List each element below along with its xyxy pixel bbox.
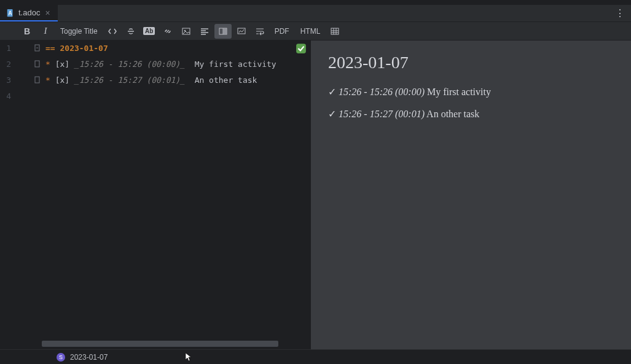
link-icon	[163, 26, 173, 36]
preview-pane: 2023-01-07 ✓15:26 - 15:26 (00:00) My fir…	[311, 41, 631, 349]
pdf-button[interactable]: PDF	[270, 24, 294, 39]
code-line: * [x] _15:26 - 15:27 (00:01)_ An other t…	[45, 72, 310, 88]
code-line: == 2023-01-07	[45, 41, 310, 56]
html-button[interactable]: HTML	[296, 24, 326, 39]
close-tab-icon[interactable]: ×	[44, 8, 51, 18]
section-badge-icon: S	[57, 353, 65, 362]
svg-rect-10	[35, 77, 39, 83]
horizontal-scrollbar[interactable]	[42, 341, 288, 347]
align-left-icon	[200, 26, 210, 36]
split-view-icon	[218, 26, 228, 36]
svg-rect-9	[35, 61, 39, 67]
breadcrumb-text[interactable]: 2023-01-07	[70, 353, 108, 362]
presentation-button[interactable]	[233, 24, 250, 39]
validation-ok-icon	[296, 43, 307, 54]
image-button[interactable]	[178, 24, 195, 39]
scrollbar-thumb[interactable]	[42, 341, 278, 347]
code-line: * [x] _15:26 - 15:26 (00:00)_ My first a…	[45, 56, 310, 72]
tab-bar: t.adoc × ⋮	[0, 5, 631, 22]
link-button[interactable]	[159, 24, 176, 39]
presentation-icon	[237, 26, 246, 36]
split-view-button[interactable]	[214, 24, 232, 39]
line-number: 3	[6, 76, 11, 85]
more-menu-icon[interactable]: ⋮	[609, 7, 631, 19]
line-gutter: 1 2 3 4	[0, 41, 42, 341]
editor-tab[interactable]: t.adoc ×	[0, 5, 58, 21]
svg-rect-0	[7, 9, 13, 16]
check-icon: ✓	[328, 109, 336, 119]
code-icon	[108, 26, 117, 36]
fold-toggle-icon[interactable]	[34, 44, 41, 52]
code-button[interactable]	[104, 24, 121, 39]
svg-rect-5	[238, 28, 245, 34]
svg-rect-7	[296, 44, 306, 53]
fold-toggle-icon[interactable]	[34, 60, 41, 68]
table-icon	[330, 26, 340, 36]
preview-list-item: ✓15:26 - 15:26 (00:00) My first activity	[328, 83, 614, 101]
fold-toggle-icon[interactable]	[34, 76, 41, 84]
breadcrumb-bar: S 2023-01-07	[0, 349, 631, 364]
preview-list-item: ✓15:26 - 15:27 (00:01) An other task	[328, 106, 614, 123]
preview-heading: 2023-01-07	[328, 53, 614, 72]
svg-rect-4	[223, 28, 226, 34]
tab-filename: t.adoc	[18, 8, 40, 17]
code-area[interactable]: == 2023-01-07 * [x] _15:26 - 15:26 (00:0…	[42, 41, 310, 341]
asciidoc-file-icon	[6, 9, 15, 17]
svg-rect-6	[331, 28, 339, 34]
toggle-title-button[interactable]: Toggle Title	[55, 24, 103, 39]
table-button[interactable]	[326, 24, 343, 39]
check-icon: ✓	[328, 87, 336, 97]
mono-button[interactable]: Ab	[141, 24, 158, 39]
wrap-button[interactable]	[251, 24, 268, 39]
line-number: 2	[6, 60, 11, 69]
strikethrough-button[interactable]	[122, 24, 139, 39]
strikethrough-icon	[126, 26, 136, 36]
line-number: 4	[6, 91, 11, 101]
editor-pane[interactable]: 1 2 3 4 == 2023-01-07 * [x] _15:26 - 15:…	[0, 41, 311, 349]
line-number: 1	[6, 44, 11, 53]
image-icon	[181, 26, 191, 36]
italic-button[interactable]: I	[37, 24, 54, 39]
align-left-button[interactable]	[196, 24, 213, 39]
code-line	[45, 88, 310, 104]
editor-toolbar: B I Toggle Title Ab PDF HTML	[0, 22, 631, 41]
bold-button[interactable]: B	[18, 24, 36, 39]
wrap-icon	[255, 26, 265, 36]
